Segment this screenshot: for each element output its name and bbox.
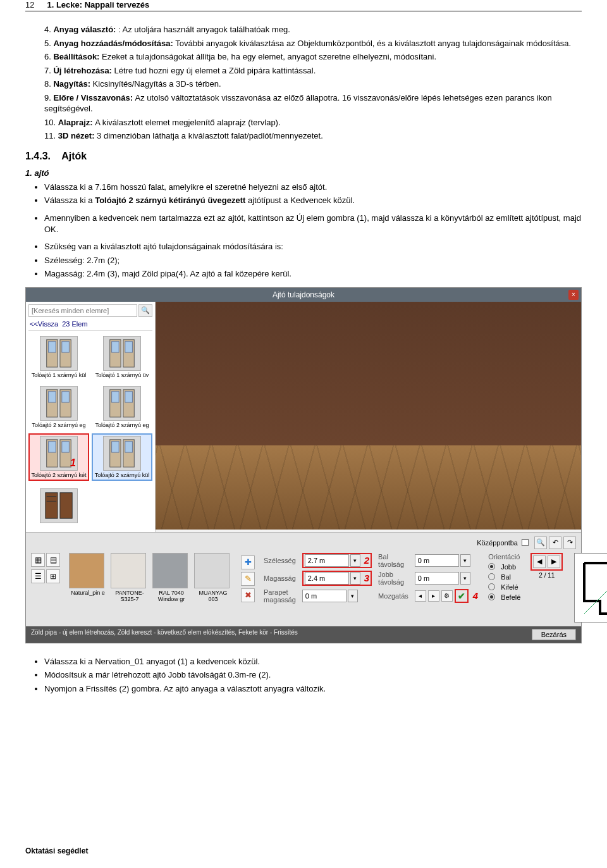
- redo-icon[interactable]: ↷: [563, 536, 576, 549]
- annotation-3: 3: [364, 573, 369, 583]
- bullet-group-1: Válassza ki a 7.16m hosszú falat, amelyi…: [25, 182, 582, 206]
- list-item: 10. Alaprajz: A kiválasztott elemet megj…: [44, 117, 582, 128]
- svg-rect-3: [62, 341, 70, 352]
- sub-heading: 1. ajtó: [25, 168, 582, 178]
- list-item: 4. Anyag választó: : Az utoljára használ…: [44, 24, 582, 35]
- list-item: Amennyiben a kedvencek nem tartalmazza e…: [44, 213, 582, 235]
- kozepponta-checkbox[interactable]: [522, 539, 529, 546]
- orient-next-icon[interactable]: ▶: [548, 555, 560, 568]
- search-button[interactable]: 🔍: [138, 304, 152, 317]
- list-item: 6. Beállítások: Ezeket a tulajdonságokat…: [44, 51, 582, 63]
- left-dist-field[interactable]: ▾: [415, 554, 478, 567]
- back-link[interactable]: <<Vissza 23 Elem: [28, 319, 152, 331]
- dialog-titlebar: Ajtó tulajdonságok ×: [26, 288, 581, 302]
- dialog-screenshot: Ajtó tulajdonságok × 🔍 <<Vissza 23 Elem …: [25, 287, 582, 643]
- door-grid: Tolóajtó 1 szárnyú külTolóajtó 1 szárnyú…: [28, 331, 152, 483]
- chevron-down-icon[interactable]: ▾: [350, 572, 360, 585]
- radio-befele[interactable]: [488, 593, 495, 600]
- door-thumb[interactable]: Tolóajtó 2 szárnyú eg: [92, 383, 152, 431]
- list-item: Magasság: 2.4m (3), majd Zöld pipa(4). A…: [44, 268, 582, 280]
- svg-rect-22: [112, 441, 120, 452]
- svg-rect-14: [112, 391, 120, 402]
- door-thumb[interactable]: Tolóajtó 2 szárnyú kül: [92, 433, 152, 481]
- view-mode-icons: ▦ ▤ ☰ ⊞: [31, 553, 60, 583]
- chevron-down-icon[interactable]: ▾: [460, 572, 470, 585]
- properties: Szélesség ▾ 2 Bal távolság ▾ Magasság ▾ …: [264, 553, 478, 604]
- door-thumb-extra[interactable]: [28, 486, 89, 527]
- chevron-down-icon[interactable]: ▾: [350, 554, 360, 567]
- page-header: 12 1. Lecke: Nappali tervezés: [25, 0, 582, 11]
- grid-view-icon[interactable]: ▦: [31, 553, 45, 567]
- svg-rect-10: [49, 391, 56, 402]
- orient-prev-icon[interactable]: ◀: [533, 555, 546, 568]
- list-view-icon[interactable]: ☰: [31, 569, 45, 583]
- width-input[interactable]: [305, 554, 349, 567]
- search-input[interactable]: [28, 304, 137, 317]
- move-left-icon[interactable]: ◂: [415, 590, 426, 602]
- floorplan-minimap[interactable]: [574, 553, 607, 623]
- door-thumb[interactable]: Tolóajtó 1 szárnyú kül: [28, 333, 89, 381]
- add-icon[interactable]: ✚: [241, 555, 255, 569]
- list-item: 5. Anyag hozzáadás/módosítása: További a…: [44, 38, 582, 49]
- radio-jobb[interactable]: [488, 563, 495, 570]
- door-thumb[interactable]: 1Tolóajtó 2 szárnyú két: [28, 433, 89, 481]
- orientation-thumb: ◀ ▶ 2 / 11: [530, 553, 563, 579]
- door-thumb[interactable]: Tolóajtó 1 szárnyú üv: [92, 333, 152, 381]
- chevron-down-icon[interactable]: ▾: [348, 590, 358, 602]
- thumb-view-icon[interactable]: ▤: [46, 553, 60, 567]
- bullet-group-4: Válassza ki a Nervation_01 anyagot (1) a…: [25, 656, 582, 695]
- section-num: 1.4.3.: [25, 151, 51, 161]
- kozepponta-label: Középpontba: [477, 539, 518, 547]
- numbered-list: 4. Anyag választó: : Az utoljára használ…: [25, 24, 582, 142]
- header-title: 1. Lecke: Nappali tervezés: [47, 0, 149, 9]
- dialog-title-text: Ajtó tulajdonságok: [273, 290, 334, 299]
- svg-line-28: [584, 563, 607, 614]
- radio-kifele[interactable]: [488, 583, 495, 590]
- list-item: Szélesség: 2.7m (2);: [44, 255, 582, 266]
- material-thumb[interactable]: PANTONE-S325-7: [111, 553, 149, 602]
- material-thumb[interactable]: Natural_pin e: [69, 553, 107, 596]
- list-item: Nyomjon a Frissítés (2) gombra. Az ajtó …: [44, 683, 582, 695]
- list-item: Válassza ki a Nervation_01 anyagot (1) a…: [44, 656, 582, 667]
- move-icons: ◂ ▸ ⚙ ✔ 4: [415, 589, 478, 603]
- close-icon[interactable]: ×: [568, 290, 579, 300]
- svg-rect-2: [49, 341, 56, 352]
- list-item: 9. Előre / Visszavonás: Az utolsó változ…: [44, 92, 582, 115]
- width-field[interactable]: ▾ 2: [302, 553, 372, 568]
- list-item: Szükség van a kiválasztott ajtó tulajdon…: [44, 241, 582, 252]
- parapet-field[interactable]: ▾: [302, 590, 372, 602]
- svg-rect-18: [49, 441, 56, 452]
- right-dist-field[interactable]: ▾: [415, 572, 478, 585]
- preview-3d[interactable]: [156, 302, 581, 530]
- material-thumb[interactable]: MUANYAG 003: [194, 553, 232, 602]
- dialog-footer: Zöld pipa - új elem létrehozás, Zöld ker…: [26, 626, 581, 643]
- bottom-panel: Középpontba 🔍 ↶ ↷ ▦ ▤ ☰ ⊞ Natural_pin eP…: [26, 532, 581, 626]
- settings-icon[interactable]: ⚙: [441, 590, 453, 602]
- svg-rect-19: [62, 441, 70, 452]
- bullet-group-3: Szükség van a kiválasztott ajtó tulajdon…: [25, 241, 582, 280]
- detail-view-icon[interactable]: ⊞: [46, 569, 60, 583]
- height-input[interactable]: [305, 572, 349, 585]
- svg-rect-23: [125, 441, 133, 452]
- close-button[interactable]: Bezárás: [532, 629, 576, 640]
- height-field[interactable]: ▾ 3: [302, 571, 372, 586]
- edit-icon[interactable]: ✎: [241, 572, 255, 586]
- radio-bal[interactable]: [488, 573, 495, 580]
- move-right-icon[interactable]: ▸: [428, 590, 439, 602]
- material-grid: Natural_pin ePANTONE-S325-7RAL 7040 Wind…: [69, 553, 232, 602]
- orient-count: 2 / 11: [539, 572, 555, 579]
- list-item: Válassza ki a 7.16m hosszú falat, amelyi…: [44, 182, 582, 193]
- chevron-down-icon[interactable]: ▾: [460, 554, 470, 567]
- svg-rect-11: [62, 391, 70, 402]
- material-thumb[interactable]: RAL 7040 Window gr: [152, 553, 190, 602]
- zoom-in-icon[interactable]: 🔍: [534, 536, 547, 549]
- door-thumb[interactable]: Tolóajtó 2 szárnyú eg: [28, 383, 89, 431]
- confirm-button[interactable]: ✔: [455, 589, 469, 603]
- annotation-4: 4: [473, 590, 478, 601]
- orientation-panel: Orientáció Jobb Bal Kifelé Befelé: [484, 553, 524, 601]
- list-item: 7. Új létrehozása: Létre tud hozni egy ú…: [44, 65, 582, 77]
- delete-icon[interactable]: ✖: [241, 588, 255, 602]
- undo-icon[interactable]: ↶: [549, 536, 561, 549]
- list-item: 11. 3D nézet: 3 dimenzióban láthatja a k…: [44, 130, 582, 142]
- annotation-1: 1: [70, 457, 76, 469]
